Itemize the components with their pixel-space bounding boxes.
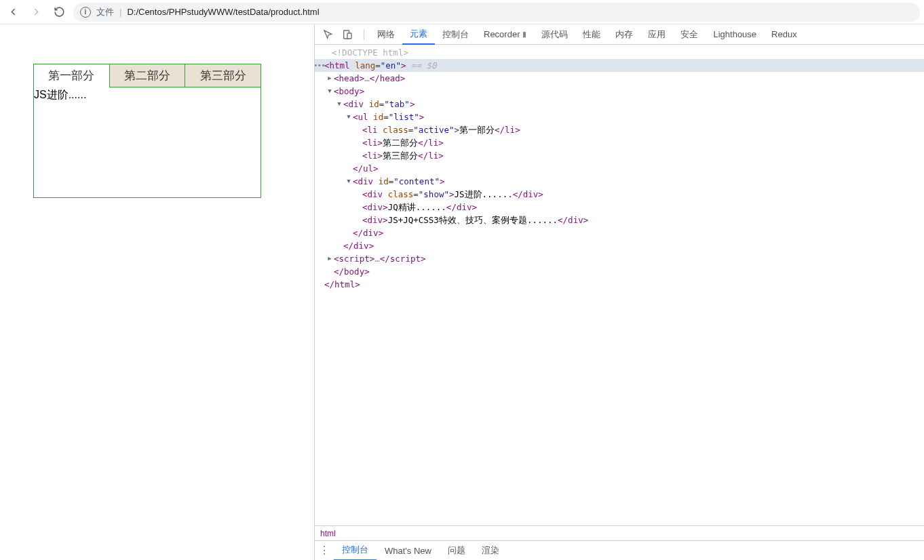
devtools-panel: 网络 元素 控制台 Recorder▮ 源代码 性能 内存 应用 安全 Ligh… xyxy=(314,24,924,560)
tab-recorder[interactable]: Recorder▮ xyxy=(476,24,534,45)
div-tab-close[interactable]: </div> xyxy=(315,239,924,252)
demo-tab-1[interactable]: 第一部分 xyxy=(34,64,109,87)
tab-network[interactable]: 网络 xyxy=(370,24,402,45)
doctype-line[interactable]: <!DOCTYPE html> xyxy=(315,46,924,59)
forward-button[interactable] xyxy=(27,3,45,21)
reload-button[interactable] xyxy=(50,3,68,21)
drawer-tab-whatsnew[interactable]: What's New xyxy=(377,541,440,561)
divider: | xyxy=(119,7,121,17)
svg-rect-1 xyxy=(347,33,351,39)
head-tag[interactable]: ▶<head>…</head> xyxy=(315,72,924,85)
address-bar[interactable]: i 文件 | D:/Centos/PHPstudyWWW/testData/pr… xyxy=(73,3,920,22)
tab-application[interactable]: 应用 xyxy=(640,24,673,45)
ul-close[interactable]: </ul> xyxy=(315,162,924,175)
elements-tree[interactable]: <!DOCTYPE html> <html lang="en"> == $0 ▶… xyxy=(315,45,924,525)
inspect-icon[interactable] xyxy=(320,26,336,43)
devtools-toolbar: 网络 元素 控制台 Recorder▮ 源代码 性能 内存 应用 安全 Ligh… xyxy=(315,24,924,45)
url-text: D:/Centos/PHPstudyWWW/testData/product.h… xyxy=(127,7,319,17)
back-button[interactable] xyxy=(4,3,22,21)
div-content[interactable]: ▼<div id="content"> xyxy=(315,175,924,188)
tab-redux[interactable]: Redux xyxy=(764,24,805,45)
pin-icon: ▮ xyxy=(522,30,526,39)
demo-tab-widget: 第一部分 第二部分 第三部分 JS进阶...... xyxy=(33,64,261,198)
tab-performance[interactable]: 性能 xyxy=(575,24,608,45)
device-toggle-icon[interactable] xyxy=(339,26,355,43)
drawer-tab-console[interactable]: 控制台 xyxy=(334,541,377,561)
li-3[interactable]: <li>第三部分</li> xyxy=(315,149,924,162)
drawer-menu-icon[interactable]: ⋮ xyxy=(319,548,330,553)
info-icon: i xyxy=(80,7,91,18)
tab-memory[interactable]: 内存 xyxy=(608,24,640,45)
tab-security[interactable]: 安全 xyxy=(673,24,706,45)
ul-list[interactable]: ▼<ul id="list"> xyxy=(315,111,924,123)
demo-tabs: 第一部分 第二部分 第三部分 xyxy=(34,64,261,87)
content-2[interactable]: <div>JQ精讲......</div> xyxy=(315,201,924,214)
breadcrumb[interactable]: html xyxy=(315,525,924,540)
demo-tab-2[interactable]: 第二部分 xyxy=(109,64,185,87)
script-tag[interactable]: ▶<script>…</script> xyxy=(315,252,924,265)
demo-content: JS进阶...... xyxy=(34,87,261,197)
file-label: 文件 xyxy=(96,6,114,18)
li-2[interactable]: <li>第二部分</li> xyxy=(315,136,924,149)
html-close[interactable]: </html> xyxy=(315,278,924,291)
drawer-tabs: ⋮ 控制台 What's New 问题 渲染 xyxy=(315,540,924,560)
div-content-close[interactable]: </div> xyxy=(315,226,924,239)
drawer-tab-rendering[interactable]: 渲染 xyxy=(474,541,507,561)
tab-lighthouse[interactable]: Lighthouse xyxy=(706,24,764,45)
page-content: 第一部分 第二部分 第三部分 JS进阶...... xyxy=(0,24,314,560)
content-1[interactable]: <div class="show">JS进阶......</div> xyxy=(315,188,924,201)
body-close[interactable]: </body> xyxy=(315,265,924,278)
drawer-tab-issues[interactable]: 问题 xyxy=(440,541,474,561)
html-tag[interactable]: <html lang="en"> == $0 xyxy=(315,59,924,72)
tab-console[interactable]: 控制台 xyxy=(435,24,476,45)
div-tab[interactable]: ▼<div id="tab"> xyxy=(315,98,924,111)
li-1[interactable]: <li class="active">第一部分</li> xyxy=(315,123,924,136)
body-tag[interactable]: ▼<body> xyxy=(315,85,924,98)
tab-elements[interactable]: 元素 xyxy=(402,24,435,45)
demo-tab-3[interactable]: 第三部分 xyxy=(185,64,261,87)
content-3[interactable]: <div>JS+JQ+CSS3特效、技巧、案例专题......</div> xyxy=(315,214,924,226)
tab-sources[interactable]: 源代码 xyxy=(534,24,575,45)
browser-nav-bar: i 文件 | D:/Centos/PHPstudyWWW/testData/pr… xyxy=(0,0,924,24)
